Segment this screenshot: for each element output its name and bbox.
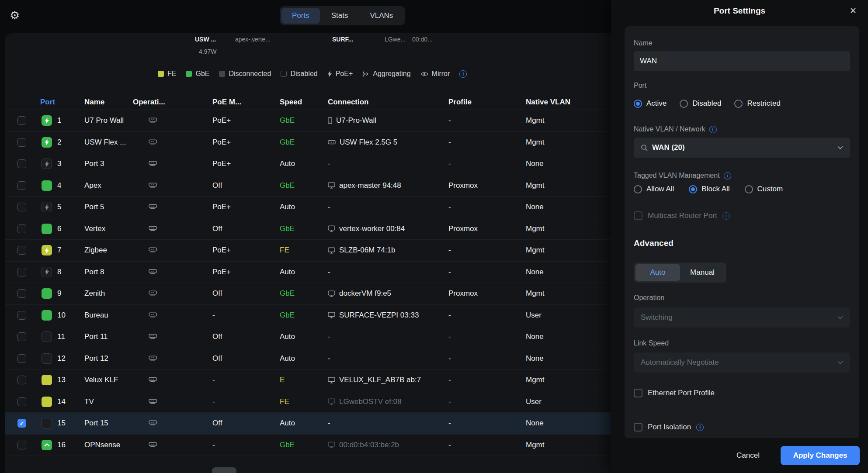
mode-manual[interactable]: Manual [680,264,725,281]
radio-allow-all[interactable]: Allow All [634,185,674,193]
connection-name: - [328,159,330,168]
row-checkbox[interactable] [17,203,26,211]
header-speed[interactable]: Speed [280,98,328,107]
switching-operation-icon [149,224,157,233]
row-checkbox[interactable] [17,268,26,276]
connection-name: SLZB-06M 74:1b [339,246,396,255]
radio-restricted-control[interactable] [734,100,743,108]
row-checkbox[interactable] [17,116,26,125]
profile: - [448,419,526,428]
native-vlan: None [526,332,594,341]
header-operation[interactable]: Operati... [133,98,212,107]
speed: GbE [280,289,328,298]
radio-active-label: Active [646,99,667,108]
port-status-icon [42,115,52,126]
header-native-vlan[interactable]: Native VLAN [526,98,594,107]
header-poe-mode[interactable]: PoE M... [212,98,280,107]
row-checkbox[interactable] [17,138,26,147]
legend-label: Disconnected [229,70,271,78]
cancel-button[interactable]: Cancel [736,451,760,460]
gbe-swatch [186,71,192,77]
row-checkbox[interactable] [17,376,26,384]
radio-active[interactable]: Active [634,99,667,108]
row-checkbox[interactable] [17,419,26,428]
switching-operation-icon [149,138,157,147]
radio-restricted[interactable]: Restricted [734,99,781,108]
header-name[interactable]: Name [80,98,133,107]
switching-operation-icon [149,181,157,190]
row-checkbox[interactable] [17,159,26,168]
radio-disabled-control[interactable] [680,100,688,108]
port-isolation-label: Port Isolation [648,423,691,432]
speed: GbE [280,311,328,320]
settings-gear-icon[interactable]: ⚙ [10,9,20,22]
connection-name: - [328,332,330,341]
legend-label: FE [167,70,176,78]
native-vlan: Mgmt [526,138,594,147]
native-vlan-value: WAN (20) [652,143,833,152]
radio-disabled[interactable]: Disabled [680,99,721,108]
row-checkbox[interactable] [17,289,26,298]
radio-allow-all-control[interactable] [634,185,642,193]
port-name: USW Flex ... [80,138,133,147]
row-checkbox[interactable] [17,224,26,233]
apply-changes-button[interactable]: Apply Changes [781,446,860,465]
port-number: 12 [57,354,66,363]
header-port[interactable]: Port [36,98,80,107]
disabled-swatch [281,71,287,77]
profile: - [448,159,526,168]
native-vlan: Mgmt [526,181,594,190]
port-legend: FE GbE Disconnected Disabled PoE+ Aggreg… [158,70,467,78]
profile: - [448,203,526,211]
radio-custom-control[interactable] [745,185,753,193]
native-vlan-select[interactable]: WAN (20) [634,138,850,158]
row-checkbox[interactable] [17,246,26,255]
row-checkbox[interactable] [17,441,26,449]
ethernet-profile-checkbox[interactable] [634,389,642,397]
multicast-label: Multicast Router Port [648,211,717,220]
name-input[interactable]: WAN [634,51,850,71]
tagged-vlan-info-icon[interactable] [724,172,731,180]
connection-device-icon [328,442,335,448]
port-isolation-checkbox[interactable] [634,423,642,432]
pagination-stub[interactable] [212,467,236,473]
ethernet-profile-label: Ethernet Port Profile [648,389,715,397]
radio-block-all[interactable]: Block All [689,185,729,193]
row-checkbox[interactable] [17,311,26,320]
radio-active-control[interactable] [634,100,642,108]
port-name: OPNsense [80,441,133,449]
native-vlan-info-icon[interactable] [709,126,717,133]
port-isolation-info-icon[interactable] [696,424,704,431]
multicast-info-icon[interactable] [722,212,730,220]
row-checkbox[interactable] [17,332,26,341]
legend-info-icon[interactable] [459,70,467,78]
row-checkbox[interactable] [17,397,26,406]
port-status-icon [42,310,52,321]
connection-device-icon [328,290,335,297]
radio-block-all-control[interactable] [689,185,697,193]
profile: Proxmox [448,289,526,298]
connection-cell: - [328,419,448,428]
row-checkbox[interactable] [17,181,26,190]
poe-mode: Off [212,419,280,428]
profile: - [448,138,526,147]
header-profile[interactable]: Profile [448,98,526,107]
port-name: TV [80,397,133,406]
mode-auto[interactable]: Auto [635,264,680,281]
poe-mode: - [212,397,280,406]
row-checkbox[interactable] [17,354,26,363]
connection-name: - [328,419,330,428]
tab-ports[interactable]: Ports [281,8,320,24]
connection-cell: VELUX_KLF_AB7B ab:7 [328,376,448,384]
port-isolation-row[interactable]: Port Isolation [634,423,850,432]
connection-cell: apex-master 94:48 [328,181,448,190]
close-icon[interactable]: ✕ [850,6,857,16]
tab-vlans[interactable]: VLANs [359,8,403,24]
header-connection[interactable]: Connection [328,98,448,107]
port-status-icon [42,224,52,234]
speed: E [280,376,328,384]
ethernet-port-profile-row[interactable]: Ethernet Port Profile [634,389,850,397]
tab-stats[interactable]: Stats [321,8,359,24]
portmap-device-label: verte... [252,36,271,43]
radio-custom[interactable]: Custom [745,185,783,193]
